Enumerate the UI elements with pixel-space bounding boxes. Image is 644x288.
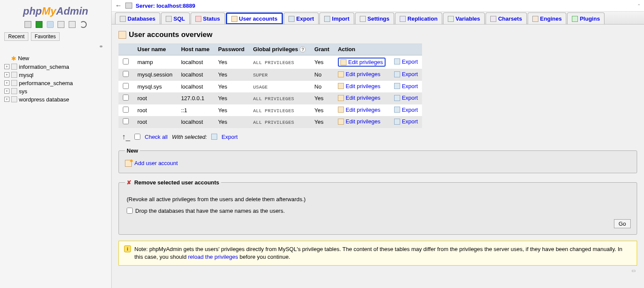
collapse-link-icon[interactable]: ⚭ bbox=[0, 43, 111, 51]
tree-db-label: sys bbox=[19, 88, 27, 95]
sidebar: phpMyAdmin Recent Favorites ⚭ ✱ New +inf… bbox=[0, 0, 112, 288]
tab-label: Settings bbox=[368, 15, 389, 22]
expand-icon[interactable]: + bbox=[4, 80, 9, 86]
edit-privileges-link[interactable]: Edit privileges bbox=[346, 71, 380, 77]
tab-label: Charsets bbox=[498, 15, 522, 22]
add-user-account-link[interactable]: Add user account bbox=[134, 160, 178, 166]
recent-button[interactable]: Recent bbox=[4, 32, 28, 41]
help-icon[interactable]: ? bbox=[300, 46, 306, 52]
row-checkbox[interactable] bbox=[123, 118, 129, 124]
tab-charsets[interactable]: Charsets bbox=[486, 12, 527, 24]
tree-new[interactable]: ✱ New bbox=[4, 54, 107, 63]
tab-icon bbox=[231, 16, 237, 22]
edit-privileges-icon bbox=[338, 95, 344, 101]
tab-sql[interactable]: SQL bbox=[161, 12, 190, 24]
go-button[interactable]: Go bbox=[614, 219, 631, 228]
back-arrow-icon[interactable]: ← bbox=[115, 2, 122, 9]
home-icon[interactable] bbox=[24, 21, 31, 28]
table-row: root127.0.0.1YesALL PRIVILEGESYesEdit pr… bbox=[118, 92, 422, 104]
cell-username: mysql.session bbox=[133, 69, 177, 81]
docs-icon[interactable] bbox=[47, 21, 54, 28]
row-checkbox[interactable] bbox=[123, 71, 129, 77]
reload-icon[interactable] bbox=[80, 21, 87, 28]
tab-icon bbox=[490, 16, 496, 22]
cell-grant: Yes bbox=[310, 92, 334, 104]
check-all-checkbox[interactable] bbox=[134, 134, 140, 140]
tab-label: User accounts bbox=[239, 15, 278, 22]
expand-icon[interactable]: + bbox=[4, 64, 9, 69]
server-link[interactable]: Server: localhost:8889 bbox=[136, 3, 195, 9]
export-row-link[interactable]: Export bbox=[402, 71, 418, 77]
row-checkbox[interactable] bbox=[123, 58, 129, 64]
tree-db-item[interactable]: +information_schema bbox=[4, 63, 107, 71]
collapse-footer-icon[interactable]: ▭ bbox=[118, 266, 637, 276]
remove-user-icon: ✘ bbox=[127, 179, 133, 185]
tab-settings[interactable]: Settings bbox=[355, 12, 394, 24]
server-icon bbox=[125, 3, 132, 9]
privilege-notice: i Note: phpMyAdmin gets the users' privi… bbox=[118, 241, 637, 266]
tab-replication[interactable]: Replication bbox=[395, 12, 442, 24]
database-icon bbox=[11, 88, 17, 94]
tab-databases[interactable]: Databases bbox=[115, 12, 160, 24]
tree-db-item[interactable]: +sys bbox=[4, 87, 107, 95]
database-icon bbox=[11, 64, 17, 70]
remove-fieldset: ✘ Remove selected user accounts (Revoke … bbox=[118, 179, 637, 235]
user-accounts-table: User name Host name Password Global priv… bbox=[118, 43, 422, 128]
cell-export: Export bbox=[390, 116, 422, 128]
tab-icon bbox=[166, 16, 172, 22]
logout-icon[interactable] bbox=[36, 21, 43, 28]
content-area: User accounts overview User name Host na… bbox=[112, 25, 644, 288]
edit-privileges-link[interactable]: Edit privileges bbox=[348, 59, 383, 65]
table-row: mysql.syslocalhostYesUSAGENoEdit privile… bbox=[118, 81, 422, 93]
tab-export[interactable]: Export bbox=[284, 12, 319, 24]
edit-privileges-link[interactable]: Edit privileges bbox=[346, 83, 380, 89]
edit-privileges-link[interactable]: Edit privileges bbox=[346, 107, 380, 113]
col-grant: Grant bbox=[310, 43, 334, 55]
tree-db-item[interactable]: +performance_schema bbox=[4, 79, 107, 87]
tab-import[interactable]: Import bbox=[319, 12, 354, 24]
drop-databases-checkbox[interactable] bbox=[127, 208, 133, 214]
tree-db-item[interactable]: +mysql bbox=[4, 71, 107, 79]
tree-db-label: performance_schema bbox=[19, 80, 73, 86]
row-checkbox[interactable] bbox=[123, 83, 129, 89]
recent-favorites-tabs: Recent Favorites bbox=[0, 31, 111, 43]
row-checkbox[interactable] bbox=[123, 107, 129, 113]
cell-username: root bbox=[133, 116, 177, 128]
export-row-link[interactable]: Export bbox=[402, 118, 418, 125]
cell-password: Yes bbox=[214, 69, 249, 81]
tab-variables[interactable]: Variables bbox=[443, 12, 485, 24]
expand-icon[interactable]: + bbox=[4, 89, 9, 94]
tab-label: Engines bbox=[540, 15, 562, 22]
export-row-link[interactable]: Export bbox=[402, 58, 418, 65]
tab-plugins[interactable]: Plugins bbox=[567, 12, 605, 24]
tab-user-accounts[interactable]: User accounts bbox=[226, 12, 283, 24]
cell-hostname: localhost bbox=[177, 55, 214, 69]
export-row-link[interactable]: Export bbox=[402, 83, 418, 89]
export-icon bbox=[394, 71, 400, 77]
tab-engines[interactable]: Engines bbox=[528, 12, 567, 24]
export-selected-link[interactable]: Export bbox=[222, 134, 238, 140]
expand-icon[interactable]: + bbox=[4, 72, 9, 77]
collapse-top-icon[interactable]: ⌃ bbox=[637, 3, 641, 8]
favorites-button[interactable]: Favorites bbox=[31, 32, 60, 41]
tab-status[interactable]: Status bbox=[191, 12, 225, 24]
row-checkbox[interactable] bbox=[123, 95, 129, 101]
navigation-panel-icon[interactable] bbox=[69, 21, 76, 28]
logo-php: php bbox=[23, 5, 42, 17]
col-username: User name bbox=[133, 43, 177, 55]
cell-edit: Edit privileges bbox=[334, 81, 390, 93]
reload-privileges-link[interactable]: reload the privileges bbox=[188, 254, 238, 260]
edit-privileges-link[interactable]: Edit privileges bbox=[346, 118, 380, 125]
user-accounts-icon bbox=[118, 31, 126, 39]
cell-hostname: localhost bbox=[177, 116, 214, 128]
expand-icon[interactable]: + bbox=[4, 97, 9, 102]
tab-label: Databases bbox=[128, 15, 155, 22]
export-row-link[interactable]: Export bbox=[402, 95, 418, 101]
edit-privileges-link[interactable]: Edit privileges bbox=[346, 95, 380, 101]
tree-db-item[interactable]: +wordpress database bbox=[4, 95, 107, 104]
logo-admin: Admin bbox=[56, 5, 88, 17]
export-icon bbox=[394, 119, 400, 125]
export-row-link[interactable]: Export bbox=[402, 107, 418, 113]
sql-query-icon[interactable] bbox=[58, 21, 64, 28]
check-all-link[interactable]: Check all bbox=[145, 134, 167, 140]
